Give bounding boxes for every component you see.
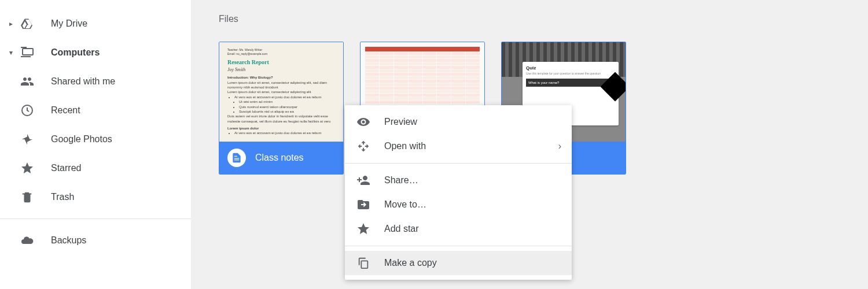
sidebar-item-computers[interactable]: ▾ Computers [0,38,191,67]
divider [345,246,572,246]
sidebar-item-backups[interactable]: Backups [0,226,191,255]
divider [0,218,191,219]
open-with-icon [356,139,370,153]
menu-item-make-copy[interactable]: Make a copy [345,251,572,275]
svg-rect-1 [21,56,31,57]
sidebar-item-label: Starred [51,163,81,173]
drive-icon [20,16,35,31]
chevron-right-icon: ▸ [6,20,16,28]
menu-item-open-with[interactable]: Open with › [345,134,572,158]
copy-icon [356,256,370,270]
file-footer: Class notes [219,142,343,174]
sidebar-item-label: Recent [51,105,80,116]
sidebar-item-trash[interactable]: Trash [0,183,191,212]
photos-icon [20,132,35,147]
menu-item-preview[interactable]: Preview [345,110,572,134]
divider [345,163,572,164]
computers-icon [20,45,35,60]
star-icon [356,222,370,236]
sidebar-item-label: Computers [51,47,100,58]
sidebar-item-my-drive[interactable]: ▸ My Drive [0,9,191,38]
menu-label: Share… [384,175,418,186]
file-card-class-notes[interactable]: Teacher: Ms. Wendy Writer Email: no_repl… [219,42,344,175]
menu-label: Move to… [384,199,426,210]
add-person-icon [356,173,370,187]
sidebar: ▸ My Drive ▾ Computers Shared with me Re… [0,0,191,289]
docs-icon [227,149,246,167]
cloud-icon [20,233,35,248]
eye-icon [356,115,370,129]
chevron-right-icon: › [558,141,561,151]
sidebar-item-label: Google Photos [51,134,112,144]
svg-rect-4 [361,261,367,268]
section-title: Files [219,14,840,24]
sidebar-item-label: Backups [51,235,86,246]
menu-label: Preview [384,117,417,127]
menu-label: Make a copy [384,258,437,268]
svg-rect-2 [21,47,27,48]
menu-item-add-star[interactable]: Add star [345,217,572,241]
menu-item-move-to[interactable]: Move to… [345,192,572,217]
people-icon [20,74,35,89]
sidebar-item-label: Trash [51,192,74,202]
trash-icon [20,190,35,205]
clock-icon [20,103,35,118]
menu-item-share[interactable]: Share… [345,168,572,192]
star-icon [20,161,35,176]
sidebar-item-label: Shared with me [51,76,115,87]
sidebar-item-starred[interactable]: Starred [0,154,191,183]
menu-label: Add star [384,224,419,234]
menu-label: Open with [384,141,426,151]
context-menu: Preview Open with › Share… Move to… Add … [345,105,572,280]
chevron-down-icon: ▾ [6,49,16,57]
file-thumbnail: Teacher: Ms. Wendy Writer Email: no_repl… [219,42,343,142]
file-name: Class notes [255,153,304,163]
sidebar-item-recent[interactable]: Recent [0,96,191,125]
sidebar-item-photos[interactable]: Google Photos [0,125,191,154]
folder-move-icon [356,198,370,212]
sidebar-item-shared[interactable]: Shared with me [0,67,191,96]
sidebar-item-label: My Drive [51,18,87,29]
